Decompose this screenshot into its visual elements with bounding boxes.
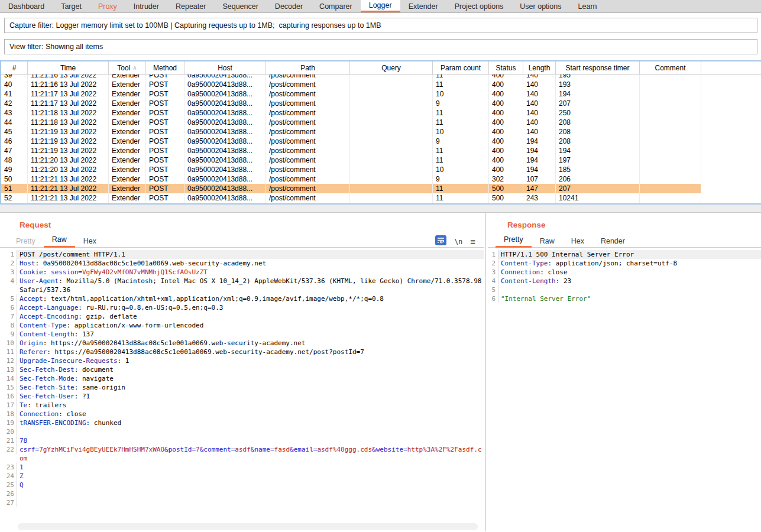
- table-row[interactable]: 4211:21:17 13 Jul 2022ExtenderPOST0a9500…: [1, 99, 761, 108]
- column-header-param-count[interactable]: Param count: [433, 61, 489, 74]
- table-row[interactable]: 4411:21:18 13 Jul 2022ExtenderPOST0a9500…: [1, 118, 761, 127]
- response-tab-render[interactable]: Render: [592, 237, 633, 248]
- tab-dashboard[interactable]: Dashboard: [0, 0, 53, 12]
- table-cell: 11:21:19 13 Jul 2022: [28, 137, 109, 146]
- editor-line: 3Cookie: session=VgFWy4D2vMfON7vMNMhjQ1S…: [0, 268, 484, 277]
- view-filter-bar[interactable]: View filter: Showing all items: [4, 39, 757, 54]
- line-content: Q: [17, 481, 484, 489]
- table-row[interactable]: 5211:21:21 13 Jul 2022ExtenderPOST0a9500…: [1, 193, 761, 203]
- tab-comparer[interactable]: Comparer: [311, 0, 361, 12]
- tab-learn[interactable]: Learn: [570, 0, 605, 12]
- tab-proxy[interactable]: Proxy: [90, 0, 125, 12]
- line-number: 6: [488, 294, 498, 303]
- response-tab-raw[interactable]: Raw: [532, 237, 563, 248]
- line-content: csrf=7gYzhMCiFvi4gBEyUEEk7HmHSHM7xWAO&po…: [17, 445, 484, 463]
- request-tab-pretty[interactable]: Pretty: [8, 237, 44, 248]
- column-header-comment[interactable]: Comment: [640, 61, 701, 74]
- column-header-method[interactable]: Method: [146, 61, 184, 74]
- response-tab-hex[interactable]: Hex: [563, 237, 592, 248]
- column-header-path[interactable]: Path: [266, 61, 350, 74]
- table-row[interactable]: 5311:21:22 13 Jul 2022ExtenderPOST0a9500…: [1, 203, 761, 203]
- tab-logger[interactable]: Logger: [361, 0, 400, 12]
- line-content: Sec-Fetch-Mode: navigate: [17, 374, 484, 383]
- menu-icon[interactable]: ≡: [470, 237, 475, 246]
- table-cell-spacer: [701, 174, 761, 184]
- column-header-query[interactable]: Query: [350, 61, 433, 74]
- column-header-host[interactable]: Host: [184, 61, 266, 74]
- line-number: 2: [488, 259, 498, 268]
- table-cell: [640, 80, 701, 89]
- response-tab-pretty[interactable]: Pretty: [496, 235, 532, 248]
- column-header-label: Length: [529, 64, 550, 72]
- table-cell: 400: [489, 127, 523, 137]
- editor-line: 14Sec-Fetch-Mode: navigate: [0, 374, 484, 383]
- column-header-status[interactable]: Status: [489, 61, 523, 74]
- editor-line: 6Accept-Language: ru-RU,ru;q=0.8,en-US;q…: [0, 303, 484, 312]
- horizontal-splitter[interactable]: [0, 205, 761, 212]
- line-content: Content-Type: application/json; charset=…: [498, 259, 761, 268]
- table-row[interactable]: 4111:21:17 13 Jul 2022ExtenderPOST0a9500…: [1, 89, 761, 99]
- line-number: 18: [0, 410, 17, 419]
- table-row[interactable]: 3911:21:16 13 Jul 2022ExtenderPOST0a9500…: [1, 74, 761, 80]
- table-row[interactable]: 4711:21:19 13 Jul 2022ExtenderPOST0a9500…: [1, 146, 761, 155]
- table-row[interactable]: 4511:21:19 13 Jul 2022ExtenderPOST0a9500…: [1, 127, 761, 137]
- table-cell: 11: [433, 80, 489, 89]
- word-wrap-icon[interactable]: [435, 235, 446, 248]
- table-cell: [640, 74, 701, 80]
- table-cell: 197: [556, 155, 640, 165]
- table-cell: Extender: [109, 137, 146, 146]
- table-cell: Extender: [109, 165, 146, 174]
- table-row[interactable]: 5011:21:21 13 Jul 2022ExtenderPOST0a9500…: [1, 174, 761, 184]
- column-header-#[interactable]: #: [1, 61, 28, 74]
- column-header-start-response-timer[interactable]: Start response timer: [556, 61, 640, 74]
- table-cell: 11:21:19 13 Jul 2022: [28, 146, 109, 155]
- tab-intruder[interactable]: Intruder: [125, 0, 167, 12]
- table-cell: 11:21:22 13 Jul 2022: [28, 203, 109, 203]
- table-row[interactable]: 4911:21:20 13 Jul 2022ExtenderPOST0a9500…: [1, 165, 761, 174]
- table-row[interactable]: 4311:21:18 13 Jul 2022ExtenderPOST0a9500…: [1, 108, 761, 118]
- column-header-time[interactable]: Time: [28, 61, 109, 74]
- table-cell: 140: [523, 74, 556, 80]
- logger-table-header: #TimeTool∧MethodHostPathQueryParam count…: [1, 61, 761, 74]
- column-header-tool[interactable]: Tool∧: [109, 61, 146, 74]
- editor-line: 7Accept-Encoding: gzip, deflate: [0, 312, 484, 321]
- line-content: HTTP/1.1 500 Internal Server Error: [498, 250, 761, 259]
- vertical-splitter[interactable]: [484, 213, 488, 531]
- table-cell: 10: [433, 89, 489, 99]
- tab-extender[interactable]: Extender: [400, 0, 446, 12]
- table-cell: 194: [523, 155, 556, 165]
- line-content: Sec-Fetch-User: ?1: [17, 392, 484, 401]
- table-row[interactable]: 4011:21:16 13 Jul 2022ExtenderPOST0a9500…: [1, 80, 761, 89]
- table-cell: [350, 146, 433, 155]
- tab-project-options[interactable]: Project options: [446, 0, 512, 12]
- tab-user-options[interactable]: User options: [511, 0, 569, 12]
- newline-icon[interactable]: \n: [454, 238, 462, 246]
- line-number: 27: [0, 498, 17, 507]
- table-cell: /post/comment: [266, 155, 350, 165]
- request-horizontal-scrollbar[interactable]: [18, 523, 478, 530]
- line-number: 23: [0, 463, 17, 472]
- table-cell: 10: [433, 165, 489, 174]
- table-cell-spacer: [701, 203, 761, 203]
- editor-line: 15Sec-Fetch-Site: same-origin: [0, 383, 484, 392]
- column-header-length[interactable]: Length: [523, 61, 556, 74]
- table-row[interactable]: 4611:21:19 13 Jul 2022ExtenderPOST0a9500…: [1, 137, 761, 146]
- capture-filter-bar[interactable]: Capture filter: Logger memory limit set …: [4, 18, 757, 33]
- tab-target[interactable]: Target: [53, 0, 90, 12]
- line-number: 3: [488, 268, 498, 277]
- column-header-label: Path: [300, 64, 315, 72]
- table-cell: [350, 74, 433, 80]
- request-tab-raw[interactable]: Raw: [44, 235, 75, 248]
- table-cell: 52: [1, 193, 28, 203]
- request-tab-hex[interactable]: Hex: [75, 237, 105, 248]
- table-row[interactable]: 5111:21:21 13 Jul 2022ExtenderPOST0a9500…: [1, 184, 761, 193]
- response-editor[interactable]: 1HTTP/1.1 500 Internal Server Error2Cont…: [488, 248, 761, 531]
- table-row[interactable]: 4811:21:20 13 Jul 2022ExtenderPOST0a9500…: [1, 155, 761, 165]
- line-number: 4: [488, 277, 498, 286]
- tab-decoder[interactable]: Decoder: [267, 0, 311, 12]
- line-number: 22: [0, 445, 17, 454]
- tab-repeater[interactable]: Repeater: [167, 0, 214, 12]
- line-number: 9: [0, 330, 17, 339]
- request-editor[interactable]: 1POST /post/comment HTTP/1.12Host: 0a950…: [0, 248, 484, 523]
- tab-sequencer[interactable]: Sequencer: [214, 0, 266, 12]
